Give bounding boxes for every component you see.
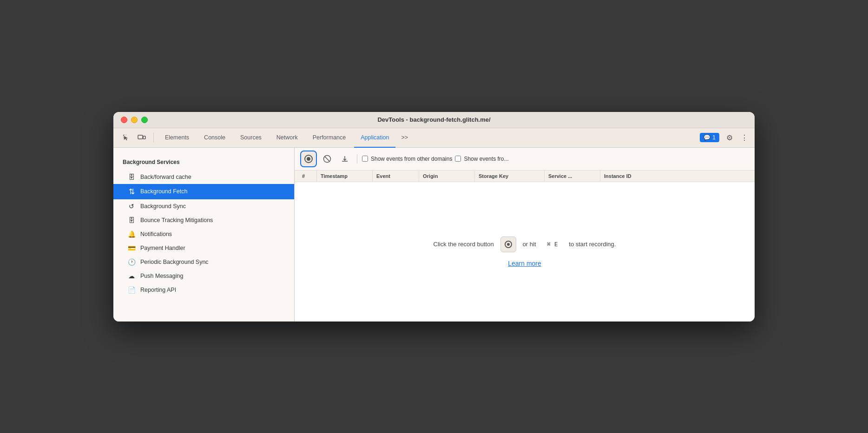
show-events-input-2[interactable] xyxy=(455,156,461,162)
svg-rect-4 xyxy=(126,135,126,135)
tab-console[interactable]: Console xyxy=(197,128,232,148)
sidebar: Background Services 🗄 Back/forward cache… xyxy=(113,148,295,321)
main-area: Background Services 🗄 Back/forward cache… xyxy=(113,148,755,321)
col-instance-id: Instance ID xyxy=(600,171,751,182)
shortcut-key: ⌘ E xyxy=(547,241,558,248)
col-number: # xyxy=(298,171,317,182)
document-icon: 📄 xyxy=(127,286,136,294)
message-icon: 💬 xyxy=(704,134,710,141)
sync-icon: ↺ xyxy=(127,203,136,210)
tabs-toolbar: Elements Console Sources Network Perform… xyxy=(113,128,755,148)
clear-button[interactable] xyxy=(320,151,335,166)
svg-rect-5 xyxy=(138,135,143,139)
col-service: Service ... xyxy=(545,171,600,182)
toolbar-separator xyxy=(153,133,154,142)
inline-record-button[interactable] xyxy=(500,236,516,252)
empty-state: Click the record button or hit ⌘ E to st… xyxy=(295,182,755,321)
devtools-window: DevTools - background-fetch.glitch.me/ E… xyxy=(113,112,755,321)
database-icon: 🗄 xyxy=(127,173,136,181)
show-events-checkbox-1[interactable]: Show events from other domains xyxy=(362,156,452,162)
svg-line-8 xyxy=(325,157,329,161)
traffic-lights xyxy=(121,117,148,123)
svg-rect-2 xyxy=(125,135,125,135)
col-origin: Origin xyxy=(419,171,475,182)
bell-icon: 🔔 xyxy=(127,230,136,238)
more-tabs-button[interactable]: >> xyxy=(397,128,412,147)
content-toolbar: Show events from other domains Show even… xyxy=(295,148,755,171)
svg-rect-6 xyxy=(143,136,145,139)
title-bar: DevTools - background-fetch.glitch.me/ xyxy=(113,112,755,128)
device-mode-icon xyxy=(138,134,146,141)
download-icon xyxy=(341,155,349,163)
sidebar-item-periodic-background-sync[interactable]: 🕐 Periodic Background Sync xyxy=(113,255,294,269)
sidebar-item-payment-handler[interactable]: 💳 Payment Handler xyxy=(113,241,294,255)
record-icon xyxy=(304,155,313,163)
sidebar-item-bounce-tracking[interactable]: 🗄 Bounce Tracking Mitigations xyxy=(113,213,294,227)
svg-rect-1 xyxy=(123,136,124,137)
payment-icon: 💳 xyxy=(127,244,136,252)
download-button[interactable] xyxy=(337,151,352,166)
sidebar-item-background-fetch[interactable]: ⇅ Background Fetch xyxy=(113,184,294,199)
select-mode-button[interactable] xyxy=(119,131,133,144)
maximize-button[interactable] xyxy=(141,117,148,123)
show-events-input-1[interactable] xyxy=(362,156,368,162)
messages-badge-button[interactable]: 💬 1 xyxy=(700,133,719,142)
empty-state-message: Click the record button or hit ⌘ E to st… xyxy=(434,236,616,252)
inline-record-icon xyxy=(505,241,512,248)
svg-rect-0 xyxy=(123,135,124,136)
device-mode-button[interactable] xyxy=(135,131,149,144)
window-title: DevTools - background-fetch.glitch.me/ xyxy=(377,116,490,123)
sidebar-section-title: Background Services xyxy=(113,155,294,169)
minimize-button[interactable] xyxy=(131,117,138,123)
tab-application[interactable]: Application xyxy=(354,128,395,148)
sidebar-item-reporting-api[interactable]: 📄 Reporting API xyxy=(113,283,294,297)
tab-elements[interactable]: Elements xyxy=(158,128,196,148)
clear-icon xyxy=(323,155,331,163)
sidebar-item-push-messaging[interactable]: ☁ Push Messaging xyxy=(113,269,294,283)
settings-button[interactable]: ⚙ xyxy=(723,131,736,144)
col-storage-key: Storage Key xyxy=(475,171,545,182)
content-toolbar-divider xyxy=(357,154,357,164)
sidebar-item-background-sync[interactable]: ↺ Background Sync xyxy=(113,199,294,213)
transfer-icon: ⇅ xyxy=(127,187,136,196)
table-header: # Timestamp Event Origin Storage Key Ser… xyxy=(295,171,755,182)
col-event: Event xyxy=(373,171,419,182)
svg-rect-3 xyxy=(123,138,124,138)
col-timestamp: Timestamp xyxy=(317,171,373,182)
toolbar-right: 💬 1 ⚙ ⋮ xyxy=(700,131,749,144)
more-options-button[interactable]: ⋮ xyxy=(740,131,749,144)
close-button[interactable] xyxy=(121,117,127,123)
show-events-checkbox-2[interactable]: Show events fro... xyxy=(455,156,508,162)
sidebar-item-back-forward-cache[interactable]: 🗄 Back/forward cache xyxy=(113,170,294,184)
learn-more-link[interactable]: Learn more xyxy=(508,260,541,267)
table-body: Click the record button or hit ⌘ E to st… xyxy=(295,182,755,321)
tab-performance[interactable]: Performance xyxy=(306,128,353,148)
tab-network[interactable]: Network xyxy=(270,128,304,148)
cloud-icon: ☁ xyxy=(127,272,136,280)
record-button[interactable] xyxy=(300,151,317,167)
tab-sources[interactable]: Sources xyxy=(234,128,268,148)
content-area: Show events from other domains Show even… xyxy=(295,148,755,321)
bounce-icon: 🗄 xyxy=(127,216,136,224)
clock-icon: 🕐 xyxy=(127,258,136,266)
cursor-icon xyxy=(122,134,130,141)
sidebar-item-notifications[interactable]: 🔔 Notifications xyxy=(113,227,294,241)
